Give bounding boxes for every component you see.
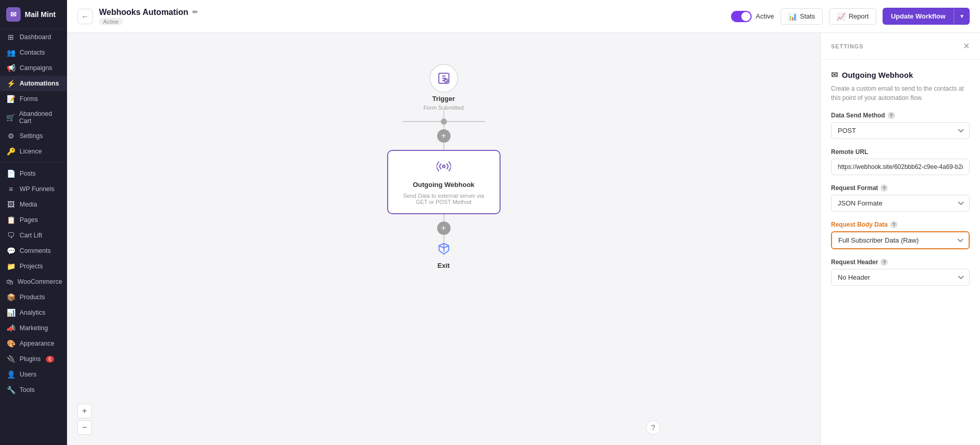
sidebar-item-label: Contacts — [20, 49, 45, 56]
outgoing-webhook-node[interactable]: Outgoing Webhook Send Data to external s… — [387, 150, 501, 214]
help-button[interactable]: ? — [646, 420, 660, 435]
woocommerce-icon: 🛍 — [6, 278, 13, 286]
data-send-method-help[interactable]: ? — [888, 112, 895, 119]
main-content: ← Webhooks Automation ✏ Active Active 📊 … — [67, 0, 980, 445]
request-body-help[interactable]: ? — [890, 221, 898, 228]
sidebar-item-woocommerce[interactable]: 🛍 WooCommerce — [0, 274, 67, 289]
active-toggle-area: Active — [731, 11, 774, 22]
sidebar-item-label: Plugins — [20, 355, 41, 363]
settings-header: SETTINGS ✕ — [821, 33, 980, 60]
projects-icon: 📁 — [6, 262, 15, 270]
sidebar-item-label: WP Funnels — [20, 185, 55, 193]
sidebar-item-users[interactable]: 👤 Users — [0, 367, 67, 382]
sidebar-item-abandoned-cart[interactable]: 🛒 Abandoned Cart — [0, 107, 67, 128]
back-button[interactable]: ← — [77, 9, 93, 24]
sidebar-item-dashboard[interactable]: ⊞ Dashboard — [0, 29, 67, 45]
sidebar-item-label: Tools — [20, 386, 35, 393]
brand-icon: ✉ — [6, 7, 21, 22]
automations-icon: ⚡ — [6, 79, 15, 88]
sidebar-item-label: Analytics — [20, 309, 45, 316]
request-body-select[interactable]: Full Subscriber Data (Raw) Custom Fields… — [832, 232, 969, 248]
sidebar-item-comments[interactable]: 💬 Comments — [0, 243, 67, 259]
sidebar-item-analytics[interactable]: 📊 Analytics — [0, 305, 67, 320]
marketing-icon: 📣 — [6, 324, 15, 332]
request-header-help[interactable]: ? — [881, 259, 888, 266]
zoom-out-button[interactable]: − — [77, 420, 92, 435]
sidebar-item-label: Media — [20, 201, 37, 208]
request-format-select[interactable]: JSON Formate XML Form Data — [831, 195, 970, 212]
licence-icon: 🔑 — [6, 147, 15, 156]
update-workflow-dropdown-arrow[interactable]: ▼ — [954, 9, 970, 24]
sidebar-item-label: Settings — [20, 132, 43, 140]
sidebar-item-cart-lift[interactable]: 🗨 Cart Lift — [0, 228, 67, 243]
connector-2: + — [437, 214, 451, 242]
data-send-method-label: Data Send Method — [831, 112, 885, 119]
products-icon: 📦 — [6, 293, 15, 301]
sidebar-item-label: Licence — [20, 148, 42, 155]
sidebar: ✉ Mail Mint ⊞ Dashboard 👥 Contacts 📢 Cam… — [0, 0, 67, 445]
abandoned-cart-icon: 🛒 — [6, 113, 15, 122]
request-body-wrapper: Full Subscriber Data (Raw) Custom Fields… — [831, 231, 970, 249]
sidebar-item-pages[interactable]: 📋 Pages — [0, 212, 67, 228]
sidebar-item-products[interactable]: 📦 Products — [0, 289, 67, 305]
posts-icon: 📄 — [6, 169, 15, 178]
request-body-field: Request Body Data ? Full Subscriber Data… — [831, 221, 970, 249]
add-node-button-2[interactable]: + — [437, 221, 451, 235]
brand-name: Mail Mint — [25, 10, 56, 19]
remote-url-input[interactable] — [831, 159, 970, 175]
trigger-label: Trigger — [432, 95, 455, 102]
sidebar-item-media[interactable]: 🖼 Media — [0, 197, 67, 212]
sidebar-item-settings[interactable]: ⚙ Settings — [0, 128, 67, 144]
settings-body: ✉ Outgoing Webhook Create a custom email… — [821, 60, 980, 296]
sidebar-item-contacts[interactable]: 👥 Contacts — [0, 45, 67, 60]
sidebar-item-appearance[interactable]: 🎨 Appearance — [0, 336, 67, 351]
sidebar-item-campaigns[interactable]: 📢 Campaigns — [0, 60, 67, 76]
sidebar-item-label: Abandoned Cart — [19, 110, 61, 125]
sidebar-item-label: Products — [20, 294, 45, 301]
sidebar-item-label: Comments — [20, 247, 51, 254]
analytics-icon: 📊 — [6, 309, 15, 317]
sidebar-item-marketing[interactable]: 📣 Marketing — [0, 320, 67, 336]
sidebar-item-projects[interactable]: 📁 Projects — [0, 259, 67, 274]
request-format-help[interactable]: ? — [881, 184, 888, 192]
settings-close-button[interactable]: ✕ — [963, 41, 970, 51]
edit-title-icon[interactable]: ✏ — [192, 8, 198, 16]
svg-point-2 — [442, 165, 445, 168]
settings-section-heading: ✉ Outgoing Webhook — [831, 70, 970, 80]
report-button[interactable]: 📈 Report — [829, 8, 876, 25]
dashboard-icon: ⊞ — [6, 33, 15, 41]
page-title: Webhooks Automation ✏ — [99, 8, 198, 17]
connector-dot — [441, 118, 447, 125]
active-toggle[interactable] — [731, 11, 752, 22]
trigger-icon — [429, 64, 458, 93]
stats-button[interactable]: 📊 Stats — [780, 8, 823, 25]
webhook-label: Outgoing Webhook — [413, 181, 475, 189]
contacts-icon: 👥 — [6, 48, 15, 57]
sidebar-item-wp-funnels[interactable]: ≡ WP Funnels — [0, 181, 67, 197]
topbar: ← Webhooks Automation ✏ Active Active 📊 … — [67, 0, 980, 33]
request-format-field: Request Format ? JSON Formate XML Form D… — [831, 184, 970, 212]
sidebar-item-tools[interactable]: 🔧 Tools — [0, 382, 67, 398]
sidebar-item-forms[interactable]: 📝 Forms — [0, 91, 67, 107]
sidebar-item-plugins[interactable]: 🔌 Plugins 6 — [0, 351, 67, 367]
sidebar-item-licence[interactable]: 🔑 Licence — [0, 144, 67, 159]
sidebar-item-label: Campaigns — [20, 64, 52, 72]
sidebar-item-posts[interactable]: 📄 Posts — [0, 166, 67, 181]
tools-icon: 🔧 — [6, 386, 15, 394]
add-node-button-1[interactable]: + — [437, 129, 451, 143]
wp-funnels-icon: ≡ — [6, 185, 15, 193]
title-area: Webhooks Automation ✏ Active — [99, 8, 198, 25]
request-header-select[interactable]: No Header Authorization Custom — [831, 269, 970, 286]
sidebar-item-automations[interactable]: ⚡ Automations — [0, 76, 67, 91]
update-workflow-button[interactable]: Update Workflow ▼ — [883, 8, 970, 25]
zoom-in-button[interactable]: + — [77, 404, 92, 418]
outgoing-webhook-icon: ✉ — [831, 70, 838, 80]
users-icon: 👤 — [6, 370, 15, 379]
sidebar-brand[interactable]: ✉ Mail Mint — [0, 0, 67, 29]
trigger-node[interactable]: Trigger Form Submitted — [423, 64, 463, 111]
active-label: Active — [756, 12, 774, 20]
workflow-nodes: Trigger Form Submitted + — [67, 33, 820, 445]
exit-node[interactable]: Exit — [437, 242, 451, 269]
data-send-method-select[interactable]: POST GET PUT DELETE — [831, 122, 970, 139]
appearance-icon: 🎨 — [6, 339, 15, 348]
